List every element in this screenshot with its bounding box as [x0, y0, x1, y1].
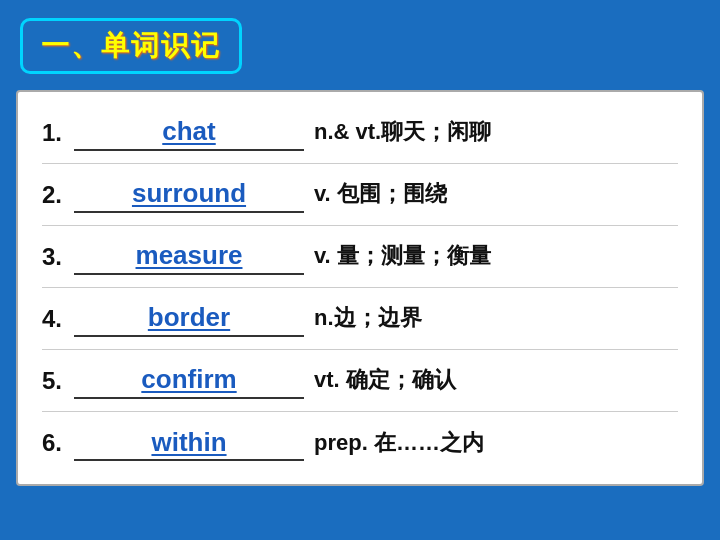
- vocab-number: 3.: [42, 243, 74, 271]
- word-blank: surround: [74, 177, 304, 213]
- vocab-row: 5.confirmvt. 确定；确认: [42, 350, 678, 412]
- vocab-number: 1.: [42, 119, 74, 147]
- vocab-word: border: [148, 302, 230, 333]
- title-box: 一、单词识记: [20, 18, 242, 74]
- vocab-definition: prep. 在……之内: [314, 428, 678, 459]
- vocab-number: 5.: [42, 367, 74, 395]
- vocab-row: 2.surroundv. 包围；围绕: [42, 164, 678, 226]
- vocab-row: 6.withinprep. 在……之内: [42, 412, 678, 474]
- word-blank: confirm: [74, 363, 304, 399]
- word-blank: chat: [74, 115, 304, 151]
- page-title: 一、单词识记: [41, 30, 221, 61]
- vocab-number: 2.: [42, 181, 74, 209]
- vocab-word: confirm: [141, 364, 236, 395]
- vocab-word: measure: [136, 240, 243, 271]
- word-blank: border: [74, 301, 304, 337]
- vocab-word: surround: [132, 178, 246, 209]
- vocab-number: 4.: [42, 305, 74, 333]
- word-blank: within: [74, 425, 304, 461]
- vocab-definition: n.边；边界: [314, 303, 678, 334]
- vocab-word: within: [151, 427, 226, 458]
- vocab-card: 1.chatn.& vt.聊天；闲聊2.surroundv. 包围；围绕3.me…: [16, 90, 704, 486]
- vocab-definition: v. 量；测量；衡量: [314, 241, 678, 272]
- vocab-definition: v. 包围；围绕: [314, 179, 678, 210]
- vocab-definition: n.& vt.聊天；闲聊: [314, 117, 678, 148]
- vocab-row: 3.measurev. 量；测量；衡量: [42, 226, 678, 288]
- vocab-row: 4.bordern.边；边界: [42, 288, 678, 350]
- vocab-number: 6.: [42, 429, 74, 457]
- vocab-word: chat: [162, 116, 215, 147]
- vocab-definition: vt. 确定；确认: [314, 365, 678, 396]
- vocab-row: 1.chatn.& vt.聊天；闲聊: [42, 102, 678, 164]
- word-blank: measure: [74, 239, 304, 275]
